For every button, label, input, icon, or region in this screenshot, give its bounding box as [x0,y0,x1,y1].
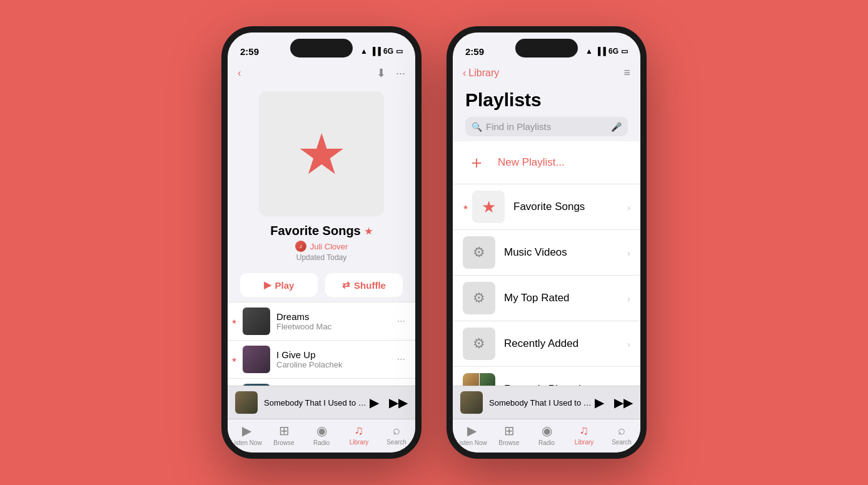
playlists-header: Playlists 🔍 Find in Playlists 🎤 [453,84,640,141]
wifi-icon-2: ▐▐ [595,47,606,56]
search-tab-icon-2: ⌕ [618,423,625,438]
network-icon-1: 6G [383,47,393,56]
phone-2-screen: 2:59 ▲ ▐▐ 6G ▭ ‹ Library ≡ [453,32,640,452]
phones-container: 2:59 ▲ ▐▐ 6G ▭ ‹ ⬇ ··· [221,26,647,459]
tab-browse-1[interactable]: ⊞ Browse [265,423,303,446]
menu-icon-2[interactable]: ≡ [623,66,630,79]
song-thumb-step [243,384,270,386]
listen-now-label-1: Listen Now [231,439,261,446]
playlist-item-recently-played[interactable]: Recently Played › [453,367,640,386]
tab-listen-now-1[interactable]: ▶ Listen Now [228,423,265,446]
shuffle-icon: ⇄ [342,279,350,291]
network-icon-2: 6G [608,47,618,56]
search-bar-2[interactable]: 🔍 Find in Playlists 🎤 [465,117,628,136]
song-more-igiveup[interactable]: ··· [397,354,405,365]
phone-1-screen: 2:59 ▲ ▐▐ 6G ▭ ‹ ⬇ ··· [228,32,415,452]
play-button[interactable]: ▶ Play [240,273,318,297]
dynamic-island-2 [515,39,578,58]
song-item-igiveup[interactable]: ★ I Give Up Caroline Polachek ··· [228,341,415,379]
status-time-2: 2:59 [465,46,484,57]
library-icon-2: ♫ [580,423,589,438]
play-pause-icon-2[interactable]: ▶ [595,395,604,410]
search-input-2[interactable]: Find in Playlists [486,121,607,132]
song-more-dreams[interactable]: ··· [397,316,405,327]
tab-bar-1: ▶ Listen Now ⊞ Browse ◉ Radio ♫ Library … [228,419,415,452]
library-label-2: Library [575,439,594,446]
more-icon-1[interactable]: ··· [396,67,405,80]
song-artist-igiveup: Caroline Polachek [276,360,397,369]
shuffle-button[interactable]: ⇄ Shuffle [325,273,403,297]
back-button-2[interactable]: ‹ Library [463,68,499,79]
star-indicator-2: ★ [231,356,237,363]
radio-label-2: Radio [538,439,555,446]
chevron-icon-favorite: › [627,202,630,212]
signal-icon-1: ▲ [360,47,368,56]
mic-icon-2[interactable]: 🎤 [611,122,622,132]
browse-label-2: Browse [498,439,519,446]
song-thumb-dreams [243,308,270,335]
wifi-icon-1: ▐▐ [370,47,381,56]
song-item-dreams[interactable]: ★ Dreams Fleetwood Mac ··· [228,302,415,341]
skip-forward-icon-1[interactable]: ▶▶ [389,395,408,410]
tab-radio-2[interactable]: ◉ Radio [528,423,565,446]
listen-now-icon-1: ▶ [242,423,251,438]
browse-icon-1: ⊞ [279,423,290,438]
search-icon-2: 🔍 [472,122,482,132]
tab-browse-2[interactable]: ⊞ Browse [490,423,528,446]
author-avatar: J [295,241,306,252]
playlist-thumb-favorite: ★ [472,191,505,223]
screen-content-2: Playlists 🔍 Find in Playlists 🎤 ＋ New Pl… [453,84,640,419]
playlist-thumb-recently-added: ⚙ [463,328,495,360]
playlist-item-recently-added[interactable]: ⚙ Recently Added › [453,321,640,367]
star-icon-large: ★ [296,121,347,187]
action-buttons: ▶ Play ⇄ Shuffle [228,268,415,302]
album-art-container: ★ [228,85,415,224]
status-icons-2: ▲ ▐▐ 6G ▭ [585,47,628,56]
collage-2 [480,373,496,386]
playlist-name-recently-added: Recently Added [504,338,627,350]
now-playing-thumb-2 [460,391,483,414]
skip-forward-icon-2[interactable]: ▶▶ [614,395,633,410]
library-label-1: Library [350,439,369,446]
nav-bar-1: ‹ ⬇ ··· [228,64,415,85]
album-art: ★ [259,91,384,216]
playlist-name-favorite: Favorite Songs [513,201,627,213]
author-name[interactable]: Juli Clover [310,242,348,251]
tab-search-1[interactable]: ⌕ Search [378,423,415,446]
chevron-icon-my-top-rated: › [627,293,630,304]
now-playing-bar-1[interactable]: Somebody That I Used to Know (... ▶ ▶▶ [228,386,415,419]
song-item-step[interactable]: ★ Step Vampire Weekend ··· [228,379,415,386]
tab-library-2[interactable]: ♫ Library [565,423,603,446]
library-icon-1: ♫ [355,423,364,438]
radio-icon-2: ◉ [542,423,552,438]
new-playlist-label: New Playlist... [498,156,565,169]
tab-listen-now-2[interactable]: ▶ Listen Now [453,423,490,446]
search-label-2: Search [612,439,632,446]
play-pause-icon-1[interactable]: ▶ [370,395,379,410]
status-icons-1: ▲ ▐▐ 6G ▭ [360,47,403,56]
add-playlist-icon: ＋ [463,149,490,176]
tab-radio-1[interactable]: ◉ Radio [303,423,340,446]
playlists-title: Playlists [465,89,628,111]
tab-search-2[interactable]: ⌕ Search [603,423,640,446]
playlist-item-music-videos[interactable]: ⚙ Music Videos › [453,230,640,276]
playlist-updated: Updated Today [240,253,403,262]
battery-icon-1: ▭ [396,47,403,56]
now-playing-bar-2[interactable]: Somebody That I Used to Know (... ▶ ▶▶ [453,386,640,419]
playlist-name-my-top-rated: My Top Rated [504,292,627,304]
collage-1 [463,373,479,386]
playlist-item-favorite-songs[interactable]: ★ ★ Favorite Songs › [453,184,640,230]
phone-1: 2:59 ▲ ▐▐ 6G ▭ ‹ ⬇ ··· [221,26,421,459]
download-icon-1[interactable]: ⬇ [376,66,386,80]
star-indicator-1: ★ [231,318,237,325]
search-label-1: Search [386,439,406,446]
song-list: ★ Dreams Fleetwood Mac ··· ★ I Give Up [228,302,415,386]
playlist-item-my-top-rated[interactable]: ⚙ My Top Rated › [453,276,640,321]
new-playlist-item[interactable]: ＋ New Playlist... [453,141,640,184]
song-thumb-igiveup [243,346,270,373]
radio-icon-1: ◉ [316,423,327,438]
play-icon: ▶ [264,279,271,291]
tab-library-1[interactable]: ♫ Library [340,423,378,446]
listen-now-label-2: Listen Now [456,439,487,446]
back-button-1[interactable]: ‹ [238,68,241,79]
